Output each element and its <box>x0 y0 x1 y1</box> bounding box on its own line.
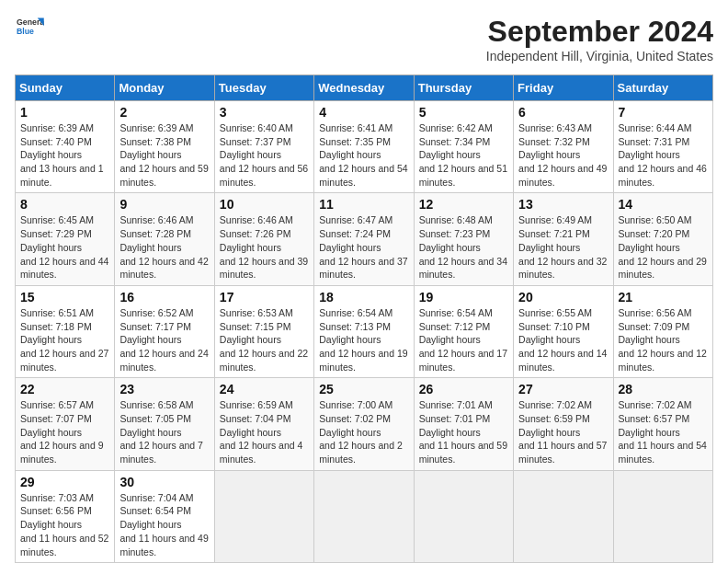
calendar-cell <box>214 470 313 562</box>
day-info: Sunrise: 6:44 AMSunset: 7:31 PMDaylight … <box>619 121 708 189</box>
location-title: Independent Hill, Virginia, United State… <box>486 49 713 63</box>
calendar-cell <box>314 470 414 562</box>
logo: General Blue <box>15 15 44 40</box>
calendar-cell: 22 Sunrise: 6:57 AMSunset: 7:07 PMDaylig… <box>16 378 115 470</box>
svg-text:Blue: Blue <box>17 27 34 36</box>
day-info: Sunrise: 6:46 AMSunset: 7:28 PMDaylight … <box>119 213 209 281</box>
day-info: Sunrise: 7:03 AMSunset: 6:56 PMDaylight … <box>20 491 109 558</box>
day-info: Sunrise: 6:57 AMSunset: 7:07 PMDaylight … <box>20 398 109 465</box>
day-number: 28 <box>619 382 708 396</box>
calendar-body: 1 Sunrise: 6:39 AMSunset: 7:40 PMDayligh… <box>16 101 713 563</box>
calendar-cell <box>613 470 712 562</box>
calendar-cell: 25 Sunrise: 7:00 AMSunset: 7:02 PMDaylig… <box>314 378 414 470</box>
day-info: Sunrise: 6:52 AMSunset: 7:17 PMDaylight … <box>119 306 209 373</box>
weekday-header-row: SundayMondayTuesdayWednesdayThursdayFrid… <box>16 75 713 101</box>
calendar-cell: 17 Sunrise: 6:53 AMSunset: 7:15 PMDaylig… <box>214 285 313 377</box>
calendar-cell: 21 Sunrise: 6:56 AMSunset: 7:09 PMDaylig… <box>613 285 712 377</box>
calendar-cell: 16 Sunrise: 6:52 AMSunset: 7:17 PMDaylig… <box>115 285 214 377</box>
calendar-cell: 23 Sunrise: 6:58 AMSunset: 7:05 PMDaylig… <box>115 378 214 470</box>
day-info: Sunrise: 6:46 AMSunset: 7:26 PMDaylight … <box>220 213 309 281</box>
day-info: Sunrise: 6:59 AMSunset: 7:04 PMDaylight … <box>220 398 309 465</box>
calendar-cell: 27 Sunrise: 7:02 AMSunset: 6:59 PMDaylig… <box>514 378 613 470</box>
weekday-header-wednesday: Wednesday <box>314 75 414 101</box>
day-number: 6 <box>518 105 608 120</box>
day-number: 3 <box>220 105 309 120</box>
day-info: Sunrise: 6:49 AMSunset: 7:21 PMDaylight … <box>518 213 608 281</box>
day-info: Sunrise: 7:01 AMSunset: 7:01 PMDaylight … <box>419 398 508 465</box>
calendar-week-5: 29 Sunrise: 7:03 AMSunset: 6:56 PMDaylig… <box>16 470 713 562</box>
calendar-week-3: 15 Sunrise: 6:51 AMSunset: 7:18 PMDaylig… <box>16 285 713 377</box>
day-number: 1 <box>20 105 109 120</box>
calendar-cell <box>514 470 613 562</box>
calendar-week-2: 8 Sunrise: 6:45 AMSunset: 7:29 PMDayligh… <box>16 193 713 285</box>
calendar-cell: 6 Sunrise: 6:43 AMSunset: 7:32 PMDayligh… <box>514 101 613 193</box>
calendar-cell: 3 Sunrise: 6:40 AMSunset: 7:37 PMDayligh… <box>214 101 313 193</box>
calendar-cell: 30 Sunrise: 7:04 AMSunset: 6:54 PMDaylig… <box>115 470 214 562</box>
calendar-week-4: 22 Sunrise: 6:57 AMSunset: 7:07 PMDaylig… <box>16 378 713 470</box>
day-info: Sunrise: 6:55 AMSunset: 7:10 PMDaylight … <box>518 306 608 373</box>
day-number: 8 <box>20 197 109 212</box>
calendar-cell: 28 Sunrise: 7:02 AMSunset: 6:57 PMDaylig… <box>613 378 712 470</box>
weekday-header-thursday: Thursday <box>414 75 513 101</box>
day-number: 7 <box>619 105 708 120</box>
day-number: 14 <box>619 197 708 212</box>
day-info: Sunrise: 7:02 AMSunset: 6:59 PMDaylight … <box>518 398 608 465</box>
calendar-cell: 29 Sunrise: 7:03 AMSunset: 6:56 PMDaylig… <box>16 470 115 562</box>
day-info: Sunrise: 6:41 AMSunset: 7:35 PMDaylight … <box>319 121 408 189</box>
calendar-cell: 5 Sunrise: 6:42 AMSunset: 7:34 PMDayligh… <box>414 101 513 193</box>
day-info: Sunrise: 7:04 AMSunset: 6:54 PMDaylight … <box>119 491 209 558</box>
day-info: Sunrise: 6:45 AMSunset: 7:29 PMDaylight … <box>20 213 109 281</box>
day-info: Sunrise: 6:39 AMSunset: 7:38 PMDaylight … <box>119 121 209 189</box>
day-number: 15 <box>20 290 109 304</box>
day-info: Sunrise: 6:47 AMSunset: 7:24 PMDaylight … <box>319 213 408 281</box>
day-number: 13 <box>518 197 608 212</box>
day-number: 2 <box>119 105 209 120</box>
calendar-cell <box>414 470 513 562</box>
day-number: 23 <box>119 382 209 396</box>
calendar-cell: 24 Sunrise: 6:59 AMSunset: 7:04 PMDaylig… <box>214 378 313 470</box>
calendar-cell: 26 Sunrise: 7:01 AMSunset: 7:01 PMDaylig… <box>414 378 513 470</box>
page-header: General Blue September 2024 Independent … <box>15 15 713 63</box>
day-number: 4 <box>319 105 408 120</box>
calendar-cell: 1 Sunrise: 6:39 AMSunset: 7:40 PMDayligh… <box>16 101 115 193</box>
day-number: 11 <box>319 197 408 212</box>
day-number: 19 <box>419 290 508 304</box>
day-number: 18 <box>319 290 408 304</box>
day-info: Sunrise: 6:43 AMSunset: 7:32 PMDaylight … <box>518 121 608 189</box>
calendar-cell: 4 Sunrise: 6:41 AMSunset: 7:35 PMDayligh… <box>314 101 414 193</box>
day-info: Sunrise: 7:00 AMSunset: 7:02 PMDaylight … <box>319 398 408 465</box>
weekday-header-saturday: Saturday <box>613 75 712 101</box>
calendar-cell: 12 Sunrise: 6:48 AMSunset: 7:23 PMDaylig… <box>414 193 513 285</box>
day-number: 16 <box>119 290 209 304</box>
day-info: Sunrise: 6:50 AMSunset: 7:20 PMDaylight … <box>619 213 708 281</box>
day-number: 20 <box>518 290 608 304</box>
logo-icon: General Blue <box>15 15 44 40</box>
weekday-header-tuesday: Tuesday <box>214 75 313 101</box>
calendar-cell: 19 Sunrise: 6:54 AMSunset: 7:12 PMDaylig… <box>414 285 513 377</box>
day-number: 12 <box>419 197 508 212</box>
day-info: Sunrise: 6:54 AMSunset: 7:12 PMDaylight … <box>419 306 508 373</box>
day-info: Sunrise: 6:39 AMSunset: 7:40 PMDaylight … <box>20 121 109 189</box>
calendar-cell: 11 Sunrise: 6:47 AMSunset: 7:24 PMDaylig… <box>314 193 414 285</box>
calendar-header: SundayMondayTuesdayWednesdayThursdayFrid… <box>16 75 713 101</box>
day-info: Sunrise: 6:58 AMSunset: 7:05 PMDaylight … <box>119 398 209 465</box>
day-info: Sunrise: 6:42 AMSunset: 7:34 PMDaylight … <box>419 121 508 189</box>
day-info: Sunrise: 6:54 AMSunset: 7:13 PMDaylight … <box>319 306 408 373</box>
day-number: 5 <box>419 105 508 120</box>
weekday-header-monday: Monday <box>115 75 214 101</box>
day-number: 10 <box>220 197 309 212</box>
day-number: 29 <box>20 475 109 489</box>
calendar-cell: 10 Sunrise: 6:46 AMSunset: 7:26 PMDaylig… <box>214 193 313 285</box>
day-number: 27 <box>518 382 608 396</box>
day-number: 24 <box>220 382 309 396</box>
calendar-cell: 2 Sunrise: 6:39 AMSunset: 7:38 PMDayligh… <box>115 101 214 193</box>
day-info: Sunrise: 6:48 AMSunset: 7:23 PMDaylight … <box>419 213 508 281</box>
calendar-cell: 7 Sunrise: 6:44 AMSunset: 7:31 PMDayligh… <box>613 101 712 193</box>
day-info: Sunrise: 6:56 AMSunset: 7:09 PMDaylight … <box>619 306 708 373</box>
day-number: 25 <box>319 382 408 396</box>
month-title: September 2024 <box>486 15 713 49</box>
calendar-cell: 18 Sunrise: 6:54 AMSunset: 7:13 PMDaylig… <box>314 285 414 377</box>
weekday-header-sunday: Sunday <box>16 75 115 101</box>
calendar-week-1: 1 Sunrise: 6:39 AMSunset: 7:40 PMDayligh… <box>16 101 713 193</box>
day-info: Sunrise: 6:40 AMSunset: 7:37 PMDaylight … <box>220 121 309 189</box>
